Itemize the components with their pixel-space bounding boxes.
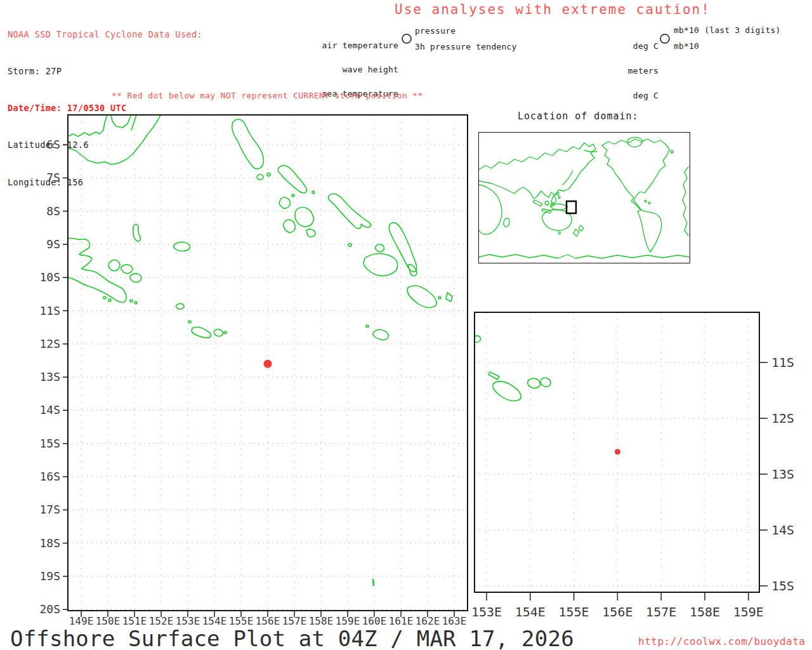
y-tick-label: 14S xyxy=(771,522,794,538)
storm-dot xyxy=(615,449,620,454)
coastline-new-georgia xyxy=(295,208,313,227)
coastline-islet xyxy=(438,296,441,299)
y-tick-label: 15S xyxy=(39,437,60,450)
coastline-islet xyxy=(267,173,270,176)
y-tick-label: 13S xyxy=(39,370,60,383)
coastline-islet xyxy=(176,303,184,309)
inset-title: Location of domain: xyxy=(518,110,639,122)
coastline-islet xyxy=(134,302,137,304)
main-map: 149E150E151E152E153E154E155E156E157E158E… xyxy=(36,109,480,639)
wave-units-label: meters xyxy=(593,67,658,75)
y-tick-label: 16S xyxy=(39,470,60,483)
y-tick-label: 12S xyxy=(771,411,794,426)
coastline-eurasia xyxy=(479,143,596,199)
y-tick-label: 12S xyxy=(39,337,60,350)
air-temperature-label: air temperature xyxy=(316,42,398,50)
coastline-makira xyxy=(407,286,436,307)
coastline-dentrecasteaux xyxy=(108,260,120,271)
coastline-woodlark xyxy=(174,242,190,251)
y-tick-label: 10S xyxy=(39,270,60,284)
coastline-bellona xyxy=(366,325,369,328)
storm-dot xyxy=(264,360,272,368)
y-tick-label: 20S xyxy=(39,602,60,616)
world-coastlines xyxy=(479,137,690,258)
y-tick-label: 6S xyxy=(46,138,60,151)
y-tick-label: 19S xyxy=(39,569,60,583)
y-tick-label: 17S xyxy=(39,503,60,516)
coastline-islet xyxy=(312,191,315,194)
domain-box xyxy=(566,201,576,213)
coastline-africa xyxy=(479,185,502,234)
coastline-islet xyxy=(224,331,226,334)
x-tick-label: 157E xyxy=(646,604,676,620)
zoom-map-coastlines xyxy=(475,336,551,401)
data-source-line: NOAA SSD Tropical Cyclone Data Used: xyxy=(8,29,202,41)
y-tick-label: 13S xyxy=(771,467,794,482)
coastline-new-georgia xyxy=(284,220,295,232)
coastline-rossel xyxy=(528,378,540,388)
caution-headline: Use analyses with extreme caution! xyxy=(395,2,710,17)
tendency-units-label: mb*10 xyxy=(674,41,699,51)
world-map xyxy=(479,133,690,263)
coastline-central-america xyxy=(634,201,641,210)
units-legend-left: deg C meters deg C xyxy=(593,25,658,108)
y-tick-label: 14S xyxy=(39,403,60,416)
storm-position-warning: ** Red dot below may NOT represent CURRE… xyxy=(112,91,423,100)
coastline-rossel xyxy=(214,329,223,336)
y-tick-label: 11S xyxy=(771,355,794,370)
main-map-coastlines xyxy=(68,115,452,585)
sea-units-label: deg C xyxy=(593,91,658,100)
coastline-islet xyxy=(446,293,452,302)
y-tick-label: 11S xyxy=(39,304,60,317)
coastline-caribbean xyxy=(645,201,646,202)
coastline-island-arc xyxy=(111,115,131,128)
coastline-new-britain-north xyxy=(68,115,107,136)
coastline-new-zealand xyxy=(579,225,584,231)
plot-title: Offshore Surface Plot at 04Z / MAR 17, 2… xyxy=(10,626,574,650)
pressure-units-label: mb*10 (last 3 digits) xyxy=(674,25,781,35)
coastline-aleutians xyxy=(584,150,597,152)
coastline-new-zealand xyxy=(573,229,579,236)
coastline-islet xyxy=(108,299,111,302)
zoom-map-axes: 153E154E155E156E157E158E159E11S12S13S14S… xyxy=(471,355,794,620)
coastline-islet xyxy=(103,296,106,299)
coastline-nggela xyxy=(376,244,384,252)
coastline-sliver xyxy=(488,372,499,380)
coastline-choiseul xyxy=(278,166,306,193)
wave-height-label: wave height xyxy=(316,66,398,74)
coastline-trobriand xyxy=(133,224,141,241)
x-tick-label: 158E xyxy=(690,604,720,620)
storm-id-line: Storm: 27P xyxy=(8,65,202,77)
coastline-guadalcanal xyxy=(363,254,398,276)
coastline-tagula xyxy=(192,327,211,338)
coastline-new-ireland xyxy=(131,115,136,130)
coastline-islet xyxy=(292,194,294,197)
y-tick-label: 9S xyxy=(46,237,60,251)
x-tick-label: 154E xyxy=(515,604,546,620)
coastline-north-america-east xyxy=(602,139,669,201)
coastline-philippines xyxy=(558,197,560,199)
offshore-surface-plot-page: { "header": { "source_line": "NOAA SSD T… xyxy=(0,0,812,650)
coastline-new-britain xyxy=(68,115,160,164)
y-tick-label: 7S xyxy=(46,171,60,184)
station-model-circle-icon xyxy=(402,34,412,44)
x-tick-label: 153E xyxy=(471,604,502,620)
zoom-domain-map: 153E154E155E156E157E158E159E11S12S13S14S… xyxy=(462,306,812,641)
coastline-rossel-east xyxy=(540,378,551,387)
coastline-malaita xyxy=(389,223,416,272)
coastline-japan xyxy=(563,171,573,185)
coastline-tagula xyxy=(493,381,521,401)
coastline-dentrecasteaux xyxy=(130,274,141,282)
source-url: http://coolwx.com/buoydata xyxy=(638,635,805,647)
units-model-circle-icon xyxy=(660,34,670,44)
coastline-sumatra xyxy=(533,200,542,206)
coastline-new-guinea xyxy=(550,204,568,210)
x-tick-label: 159E xyxy=(733,604,764,620)
coastline-africa-east-edge xyxy=(683,167,688,235)
x-tick-label: 156E xyxy=(602,604,632,620)
coastline-borneo xyxy=(545,201,549,205)
coastline-islet xyxy=(188,321,191,323)
coastline-dentrecasteaux xyxy=(121,265,133,274)
coastline-south-america xyxy=(638,210,662,252)
coastline-antarctica xyxy=(479,255,690,258)
